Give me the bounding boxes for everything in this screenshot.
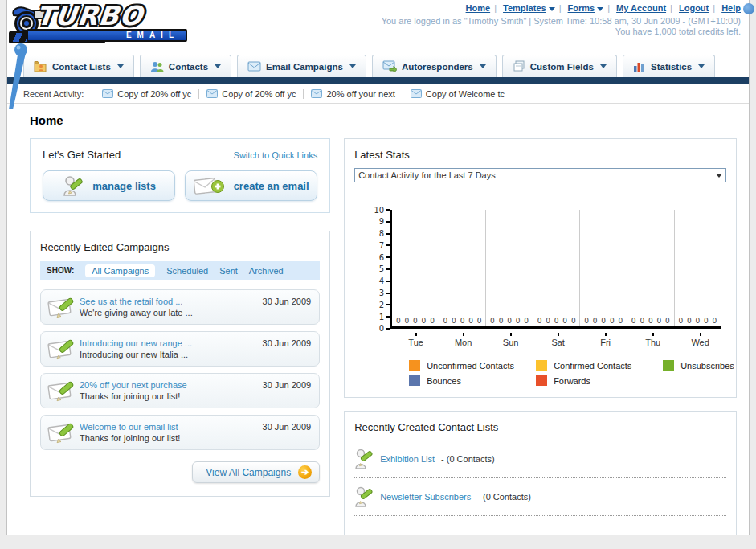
legend-item: Forwards — [536, 375, 663, 386]
tab-contacts[interactable]: Contacts — [140, 55, 231, 77]
activity-item[interactable]: 20% off your next — [304, 89, 403, 99]
recent-activity-label: Recent Activity: — [23, 89, 84, 99]
logo-subtitle: EMAIL — [27, 29, 187, 42]
contact-list-item[interactable]: Newsletter Subscribers - (0 Contacts) — [354, 485, 726, 509]
chart-day-group: 00000 — [627, 210, 675, 326]
header-right: Home| Templates| Forms| My Account| Logo… — [382, 3, 741, 36]
view-all-campaigns-button[interactable]: View All Campaigns ➔ — [192, 461, 320, 483]
create-email-button[interactable]: create an email — [185, 170, 317, 201]
chart-x-axis: TueMonSunSatFriThuWed — [392, 333, 724, 347]
chart-plot-area: 00000000000000000000000000000000000 — [390, 210, 721, 329]
legend-item: Bounces — [409, 375, 536, 386]
tab-label: Autoresponders — [402, 62, 473, 72]
y-tick-label: 2 — [372, 301, 390, 309]
nav-link-home[interactable]: Home — [466, 3, 491, 13]
chart-day-group: 00000 — [439, 210, 487, 326]
campaign-row[interactable]: Introducing our new range ... Introducin… — [40, 331, 320, 367]
campaign-subtitle: Introducing our new Italia ... — [80, 349, 263, 360]
main-content: Home Let's Get Started Switch to Quick L… — [7, 104, 749, 549]
campaign-row[interactable]: Welcome to our email list Thanks for joi… — [40, 415, 320, 450]
data-value-label: 0 — [507, 317, 512, 325]
campaign-title-link[interactable]: Introducing our new range ... — [80, 338, 263, 349]
tab-label: Custom Fields — [530, 62, 594, 72]
chevron-down-icon — [549, 7, 555, 11]
data-value-label: 0 — [430, 317, 435, 325]
pin-decoration-right — [743, 3, 754, 14]
tab-autoresponders[interactable]: Autoresponders — [372, 55, 497, 77]
campaign-title-link[interactable]: Welcome to our email list — [80, 421, 263, 432]
chart-y-axis: 109876543210 — [372, 206, 390, 333]
tab-custom-fields[interactable]: Custom Fields — [502, 55, 617, 77]
dotted-divider — [354, 515, 726, 516]
app-logo: TURBO EMAIL — [9, 2, 222, 49]
filter-scheduled[interactable]: Scheduled — [166, 266, 208, 276]
nav-link-my-account[interactable]: My Account — [616, 3, 666, 13]
contact-activity-chart: 109876543210 000000000000000000000000000… — [372, 210, 724, 386]
data-value-label: 0 — [678, 317, 683, 325]
activity-item-label: Copy of 20% off yc — [117, 89, 191, 99]
envelope-pencil-icon — [47, 295, 80, 319]
data-value-label: 0 — [631, 317, 636, 325]
y-tick-label: 3 — [372, 289, 390, 297]
logo-wordmark: TURBO — [35, 2, 145, 30]
nav-link-forms[interactable]: Forms — [568, 3, 595, 13]
activity-item-label: Copy of 20% off yc — [222, 89, 296, 99]
chevron-down-icon — [600, 64, 607, 68]
campaign-title-link[interactable]: See us at the retail food ... — [80, 296, 263, 307]
filter-all-campaigns[interactable]: All Campaigns — [85, 264, 155, 277]
campaign-row[interactable]: 20% off your next purchase Thanks for jo… — [40, 373, 320, 408]
data-value-label: 0 — [656, 317, 661, 325]
y-tick-label: 0 — [372, 325, 390, 333]
tab-email-campaigns[interactable]: Email Campaigns — [237, 55, 366, 77]
x-tick-label: Tue — [392, 333, 439, 347]
contact-list-link[interactable]: Newsletter Subscribers — [380, 492, 471, 502]
chevron-down-icon — [597, 7, 603, 11]
filter-archived[interactable]: Archived — [249, 266, 284, 276]
campaign-title-link[interactable]: 20% off your next purchase — [80, 379, 263, 391]
nav-link-help[interactable]: Help — [721, 3, 741, 13]
contact-list-count: - (0 Contacts) — [477, 492, 531, 502]
legend-swatch — [409, 360, 420, 371]
data-value-label: 0 — [640, 317, 644, 325]
filter-sent[interactable]: Sent — [219, 266, 238, 276]
activity-item[interactable]: Copy of 20% off yc — [95, 89, 199, 99]
data-value-label: 0 — [562, 317, 567, 325]
campaign-subtitle: Thanks for joining our list! — [80, 432, 263, 444]
activity-item[interactable]: Copy of Welcome tc — [403, 89, 512, 99]
contact-list-item[interactable]: Exhibition List - (0 Contacts) — [354, 447, 726, 471]
switch-quick-links[interactable]: Switch to Quick Links — [234, 150, 318, 160]
y-tick-label: 10 — [372, 206, 390, 214]
nav-link-templates[interactable]: Templates — [503, 3, 546, 13]
data-value-label: 0 — [571, 317, 576, 325]
data-value-label: 0 — [665, 317, 670, 325]
chart-day-group: 00000 — [533, 210, 581, 326]
data-value-label: 0 — [490, 317, 495, 325]
tab-label: Contacts — [169, 62, 208, 72]
contact-list-link[interactable]: Exhibition List — [380, 454, 435, 464]
tab-contact-lists[interactable]: Contact Lists — [23, 55, 134, 77]
pages-icon — [513, 60, 525, 72]
folder-user-icon — [34, 60, 47, 72]
y-tick-label: 5 — [372, 265, 390, 273]
activity-item-label: 20% off your next — [326, 89, 394, 99]
latest-stats-title: Latest Stats — [354, 149, 410, 161]
envelope-plus-icon — [194, 175, 226, 196]
y-tick-label: 1 — [372, 313, 390, 321]
manage-lists-button[interactable]: manage lists — [43, 170, 175, 201]
activity-item[interactable]: Copy of 20% off yc — [199, 89, 304, 99]
main-container: TURBO EMAIL Home| Templates| Forms| My A… — [6, 0, 750, 535]
x-tick-label: Mon — [439, 333, 487, 347]
get-started-title: Let's Get Started — [43, 149, 121, 161]
tab-statistics[interactable]: Statistics — [623, 55, 715, 77]
person-pencil-icon — [62, 174, 84, 197]
legend-item: Unconfirmed Contacts — [409, 360, 536, 371]
chart-day-group: 00000 — [392, 210, 439, 326]
stats-period-select[interactable]: Contact Activity for the Last 7 Days — [354, 168, 726, 182]
nav-link-logout[interactable]: Logout — [679, 3, 709, 13]
legend-swatch — [536, 360, 547, 371]
page-title: Home — [30, 113, 737, 127]
data-value-label: 0 — [610, 317, 615, 325]
recent-campaigns-panel: Recently Edited Campaigns SHOW: All Camp… — [30, 231, 330, 497]
campaign-row[interactable]: See us at the retail food ... We're givi… — [40, 289, 320, 325]
campaign-date: 30 Jun 2009 — [263, 377, 312, 390]
